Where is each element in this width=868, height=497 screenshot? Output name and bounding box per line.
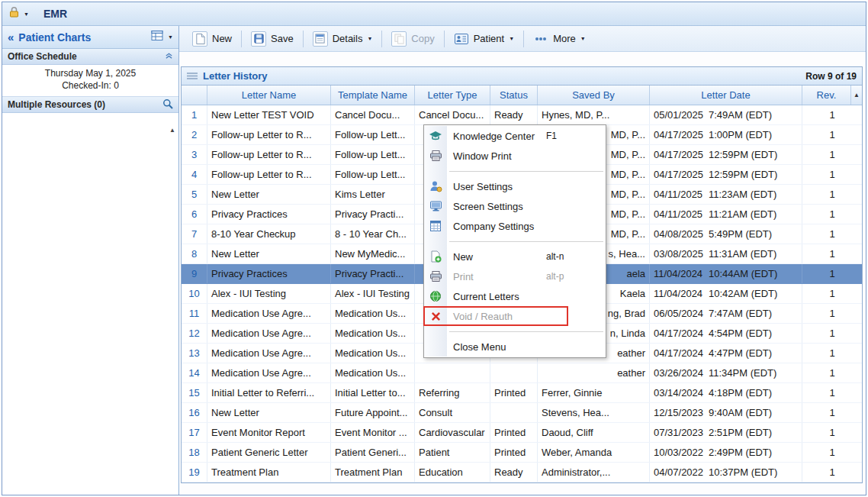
search-icon[interactable] <box>162 98 173 111</box>
letter-name-cell: Medication Use Agre... <box>207 324 331 343</box>
menu-item-window-print[interactable]: Window Print <box>424 146 606 166</box>
panel-header: Letter History Row 9 of 19 <box>182 67 862 86</box>
rev-cell: 1 <box>802 443 862 462</box>
menu-item-current-letters[interactable]: Current Letters <box>424 286 606 306</box>
letter-type-cell: Cardiovascular <box>415 423 490 442</box>
table-header: Letter NameTemplate NameLetter TypeStatu… <box>182 86 862 105</box>
new-doc-icon <box>192 31 207 47</box>
table-row[interactable]: 17Event Monitor ReportEvent Monitor ...C… <box>182 423 862 443</box>
sort-asc-icon[interactable]: ▲ <box>169 127 175 134</box>
table-row[interactable]: 19Treatment PlanTreatment PlanEducationR… <box>182 463 862 482</box>
lock-icon[interactable] <box>8 6 20 21</box>
column-header-status[interactable]: Status <box>490 86 538 105</box>
rev-cell: 1 <box>802 383 862 402</box>
grip-icon[interactable] <box>187 69 198 83</box>
menu-separator <box>424 326 606 337</box>
multiple-resources-bar[interactable]: Multiple Resources (0) <box>2 97 178 113</box>
office-schedule-label: Office Schedule <box>8 51 77 62</box>
sidebar-title: Patient Charts <box>18 31 146 44</box>
letter-name-cell: Alex - IUI Testing <box>207 284 331 303</box>
num-cell: 17 <box>182 423 207 442</box>
letter-name-cell: Event Monitor Report <box>207 423 331 442</box>
caret-down-icon[interactable]: ▼ <box>24 11 29 17</box>
menu-item-company-settings[interactable]: Company Settings <box>424 216 606 236</box>
toolbar-separator <box>523 31 524 47</box>
status-cell: Ready <box>490 463 538 482</box>
save-button[interactable]: Save <box>244 29 301 49</box>
office-schedule-bar[interactable]: Office Schedule <box>2 49 178 65</box>
sort-asc-icon[interactable]: ▲ <box>851 86 862 105</box>
table-row[interactable]: 15Initial Letter to Referri...Initial Le… <box>182 383 862 403</box>
letter-name-cell: Privacy Practices <box>207 205 331 224</box>
num-cell: 13 <box>182 344 207 363</box>
schedule-date: Thursday May 1, 2025 <box>2 67 178 79</box>
caret-down-icon: ▼ <box>367 36 372 41</box>
column-header-template-name[interactable]: Template Name <box>331 86 415 105</box>
template-name-cell: Medication Us... <box>331 363 415 382</box>
collapse-up-icon[interactable] <box>165 51 173 62</box>
resources-label: Multiple Resources (0) <box>8 99 105 110</box>
letter-name-cell: Follow-up Letter to R... <box>207 125 331 144</box>
column-header-saved-by[interactable]: Saved By <box>538 86 650 105</box>
rev-cell: 1 <box>802 125 862 144</box>
schedule-list-area: ▲ <box>2 113 178 495</box>
menu-item-knowledge-center[interactable]: Knowledge CenterF1 <box>424 126 606 146</box>
menu-item-close-menu[interactable]: Close Menu <box>424 337 606 357</box>
menu-item-label: Void / Reauth <box>453 311 513 322</box>
patient-icon <box>454 31 469 47</box>
letter-date-cell: 03/14/20244:18PM (EDT) <box>650 383 802 402</box>
rev-cell: 1 <box>802 244 862 263</box>
menu-item-void-reauth[interactable]: Void / Reauth <box>424 306 606 326</box>
column-header-letter-name[interactable]: Letter Name <box>207 86 331 105</box>
chart-view-icon[interactable] <box>151 30 163 44</box>
column-header-letter-type[interactable]: Letter Type <box>415 86 490 105</box>
copy-button[interactable]: Copy <box>384 29 441 49</box>
template-name-cell: Medication Us... <box>331 344 415 363</box>
table-row[interactable]: 1New Letter TEST VOIDCancel Docu...Cance… <box>182 105 862 125</box>
rev-cell: 1 <box>802 165 862 184</box>
new-button[interactable]: New <box>185 29 239 49</box>
letter-name-cell: Initial Letter to Referri... <box>207 383 331 402</box>
num-cell: 14 <box>182 363 207 382</box>
table-row[interactable]: 16New LetterFuture Appoint...ConsultStev… <box>182 403 862 423</box>
menu-item-new[interactable]: Newalt-n <box>424 247 606 266</box>
menu-shortcut: alt-p <box>546 271 606 282</box>
patient-button[interactable]: Patient▼ <box>447 29 521 49</box>
status-cell: Printed <box>490 443 538 462</box>
rev-cell: 1 <box>802 185 862 204</box>
column-header-rev[interactable]: Rev. <box>802 86 851 105</box>
menu-item-label: New <box>453 251 473 263</box>
template-name-cell: Kims Letter <box>331 185 415 204</box>
collapse-sidebar-icon[interactable]: « <box>8 31 14 44</box>
menu-item-print[interactable]: Printalt-p <box>424 266 606 286</box>
letter-name-cell: Patient Generic Letter <box>207 443 331 462</box>
template-name-cell: Patient Generi... <box>331 443 415 462</box>
letter-name-cell: Treatment Plan <box>207 463 331 482</box>
toolbar-separator <box>303 31 304 47</box>
menu-shortcut: alt-n <box>546 251 606 262</box>
details-button[interactable]: Details▼ <box>306 29 380 49</box>
rev-cell: 1 <box>802 145 862 164</box>
row-count: Row 9 of 19 <box>805 71 857 82</box>
letter-name-cell: New Letter <box>207 244 331 263</box>
status-cell: Ready <box>490 105 538 124</box>
letter-type-cell: Education <box>415 463 490 482</box>
table-row[interactable]: 14Medication Use Agre...Medication Us...… <box>182 363 862 383</box>
num-cell: 4 <box>182 165 207 184</box>
column-header-num[interactable] <box>182 86 207 105</box>
num-cell: 6 <box>182 205 207 224</box>
saved-by-cell: Ferrer, Ginnie <box>538 383 650 402</box>
template-name-cell: Follow-up Lett... <box>331 125 415 144</box>
menu-item-user-settings[interactable]: User Settings <box>424 176 606 196</box>
num-cell: 7 <box>182 224 207 244</box>
menu-item-screen-settings[interactable]: Screen Settings <box>424 196 606 216</box>
letter-date-cell: 04/11/202511:23AM (EDT) <box>650 185 802 204</box>
rev-cell: 1 <box>802 205 862 224</box>
table-row[interactable]: 18Patient Generic LetterPatient Generi..… <box>182 443 862 463</box>
caret-down-icon[interactable]: ▼ <box>168 34 173 40</box>
letter-name-cell: Follow-up Letter to R... <box>207 145 331 164</box>
template-name-cell: Treatment Plan <box>331 463 415 482</box>
more-button[interactable]: More▼ <box>526 29 593 49</box>
column-header-letter-date[interactable]: Letter Date <box>650 86 802 105</box>
panel-title: Letter History <box>203 70 268 82</box>
